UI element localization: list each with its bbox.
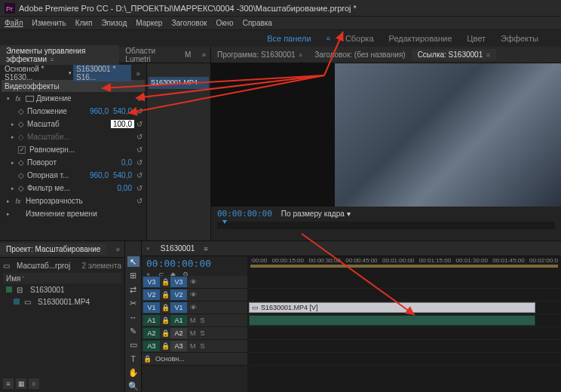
ecp-clip-chip[interactable]: S1630001.MP4 <box>149 77 209 89</box>
lane-v1[interactable]: ▭S1630001.MP4 [V] <box>247 302 561 314</box>
anchor-y-value[interactable]: 540,0 <box>111 171 134 179</box>
chevron-down-icon[interactable]: ▾ <box>5 96 12 102</box>
menu-edit[interactable]: Изменить <box>32 19 66 27</box>
ecp-tab[interactable]: Элементы управления эффектами≡ <box>0 45 119 65</box>
chevron-right-icon[interactable]: ▸ <box>5 198 12 204</box>
antiflicker-value[interactable]: 0,00 <box>115 184 134 192</box>
razor-tool[interactable]: ✂ <box>127 298 139 308</box>
reset-icon[interactable]: ↺ <box>134 94 145 103</box>
motion-effect-row[interactable]: ▾ fx Движение ↺ <box>2 92 145 105</box>
menu-help[interactable]: Справка <box>243 19 272 27</box>
anchor-x-value[interactable]: 960,0 <box>87 171 111 179</box>
workspace-color[interactable]: Цвет <box>467 34 486 43</box>
position-y-value[interactable]: 540,0 <box>111 107 134 115</box>
rectangle-tool[interactable]: ▭ <box>127 339 139 350</box>
workspace-editing[interactable]: Редактирование <box>389 34 452 43</box>
track-header-v2[interactable]: V2🔒V2👁 <box>142 289 247 302</box>
lane-master[interactable] <box>247 353 561 366</box>
rotation-value[interactable]: 0,0 <box>119 158 134 167</box>
timeremap-effect-row[interactable]: ▸ Изменение времени <box>2 207 145 220</box>
lane-a1[interactable] <box>247 314 561 327</box>
icon-view-button[interactable]: ▦ <box>16 378 26 389</box>
selection-tool[interactable]: ↖ <box>127 256 139 267</box>
lane-v3[interactable] <box>247 276 561 289</box>
overflow-icon[interactable]: » <box>131 68 145 79</box>
opacity-effect-row[interactable]: ▸ fx Непрозрачность ↺ <box>2 194 145 207</box>
chevron-right-icon[interactable]: ▸ <box>9 121 17 127</box>
reset-icon[interactable]: ↺ <box>134 197 145 205</box>
ecp-master-clip[interactable]: Основной * S1630... <box>2 65 67 81</box>
video-clip[interactable]: ▭S1630001.MP4 [V] <box>249 302 535 313</box>
project-column-header[interactable]: Имя ˇ <box>3 273 121 283</box>
lane-a3[interactable] <box>247 340 561 353</box>
close-seq-icon[interactable]: × <box>142 245 155 252</box>
menu-title[interactable]: Заголовок <box>171 19 207 27</box>
chevron-down-icon[interactable]: ▾ <box>67 70 73 76</box>
type-tool[interactable]: T <box>127 354 139 364</box>
ecp-mini-timeline[interactable]: S1630001.MP4 <box>146 63 210 240</box>
lumetri-scopes-tab[interactable]: Области Lumetri <box>119 45 179 65</box>
hand-tool[interactable]: ✋ <box>127 367 139 378</box>
list-view-button[interactable]: ≡ <box>3 378 14 389</box>
track-header-a2[interactable]: A2🔒A2MS <box>142 327 247 340</box>
workspace-menu-icon[interactable]: ≡ <box>326 35 330 42</box>
chevron-right-icon[interactable]: ▸ <box>9 185 17 191</box>
work-area-bar[interactable] <box>250 265 558 268</box>
program-timecode[interactable]: 00:00:00:00 <box>217 209 272 219</box>
track-lanes[interactable]: ▭S1630001.MP4 [V] <box>247 276 561 392</box>
workspace-effects[interactable]: Эффекты <box>501 34 538 43</box>
ecp-sequence-clip[interactable]: S1630001 * S16... <box>73 65 131 81</box>
reference-tab[interactable]: Ссылка: S1630001≡ <box>412 49 496 60</box>
chevron-right-icon[interactable]: ▸ <box>5 211 12 217</box>
keyframe-toggle-icon[interactable]: ◇ <box>17 158 26 167</box>
program-tab[interactable]: Программа: S1630001≡ <box>211 49 308 60</box>
ripple-edit-tool[interactable]: ⇄ <box>127 284 139 295</box>
project-item-sequence[interactable]: ⊟ S1630001 <box>3 283 121 296</box>
keyframe-toggle-icon[interactable]: ◇ <box>17 107 26 115</box>
titler-tab[interactable]: Заголовок: (без названия) <box>308 49 411 60</box>
keyframe-toggle-icon[interactable]: ◇ <box>17 171 26 179</box>
position-x-value[interactable]: 960,0 <box>87 107 111 115</box>
panel-menu-icon[interactable]: ≡ <box>486 52 490 59</box>
menu-file[interactable]: Файл <box>5 19 23 27</box>
project-item-clip[interactable]: ▭ S1630001.MP4 <box>3 296 121 308</box>
audio-clip[interactable] <box>249 315 535 326</box>
zoom-tool[interactable]: 🔍 <box>127 381 139 392</box>
zoom-slider-icon[interactable]: ○ <box>29 378 39 389</box>
workspace-all-panels[interactable]: Все панели <box>267 34 311 43</box>
track-header-v1[interactable]: V1🔒V1👁 <box>142 302 247 314</box>
timeline-timecode[interactable]: 00:00:00:00 <box>146 258 243 269</box>
keyframe-toggle-icon[interactable]: ◇ <box>17 120 26 128</box>
slip-tool[interactable]: ↔ <box>127 312 139 323</box>
overflow-tabs-icon[interactable]: » <box>197 49 210 60</box>
reset-icon[interactable]: ↺ <box>134 184 145 192</box>
track-header-master[interactable]: 🔒Основн... <box>142 353 247 366</box>
keyframe-toggle-icon[interactable]: ◇ <box>17 184 26 192</box>
project-tab[interactable]: Проект: Масштабирование <box>0 243 106 255</box>
track-header-v3[interactable]: V3🔒V3👁 <box>142 276 247 289</box>
program-scrubber[interactable] <box>217 222 555 229</box>
reset-icon[interactable]: ↺ <box>134 133 145 141</box>
scale-value[interactable]: 100,0 <box>111 120 134 128</box>
sequence-tab[interactable]: S1630001 <box>155 243 201 254</box>
track-header-a3[interactable]: A3🔒A3MS <box>142 340 247 353</box>
reset-icon[interactable]: ↺ <box>134 158 145 167</box>
panel-menu-icon[interactable]: ≡ <box>51 57 54 63</box>
reset-icon[interactable]: ↺ <box>134 171 145 179</box>
menu-clip[interactable]: Клип <box>75 19 93 27</box>
track-header-a1[interactable]: A1🔒A1MS <box>142 314 247 327</box>
lane-a2[interactable] <box>247 327 561 340</box>
reset-icon[interactable]: ↺ <box>134 145 145 154</box>
chevron-right-icon[interactable]: ▸ <box>9 134 17 140</box>
lumetri-m-tab[interactable]: M <box>179 49 197 60</box>
uniform-scale-checkbox[interactable]: ✓ <box>18 146 26 154</box>
timeline-ruler[interactable]: :00:00 00:00:15:00 00:00:30:00 00:00:45:… <box>247 256 561 276</box>
chevron-right-icon[interactable]: ▸ <box>9 160 17 166</box>
track-select-tool[interactable]: ⊞ <box>127 270 139 280</box>
overflow-tabs-icon[interactable]: » <box>111 243 124 255</box>
menu-window[interactable]: Окно <box>216 19 233 27</box>
menu-marker[interactable]: Маркер <box>136 19 162 27</box>
reset-icon[interactable]: ↺ <box>134 120 145 128</box>
workspace-assembly[interactable]: Сборка <box>345 34 374 43</box>
program-monitor-view[interactable] <box>335 63 561 207</box>
